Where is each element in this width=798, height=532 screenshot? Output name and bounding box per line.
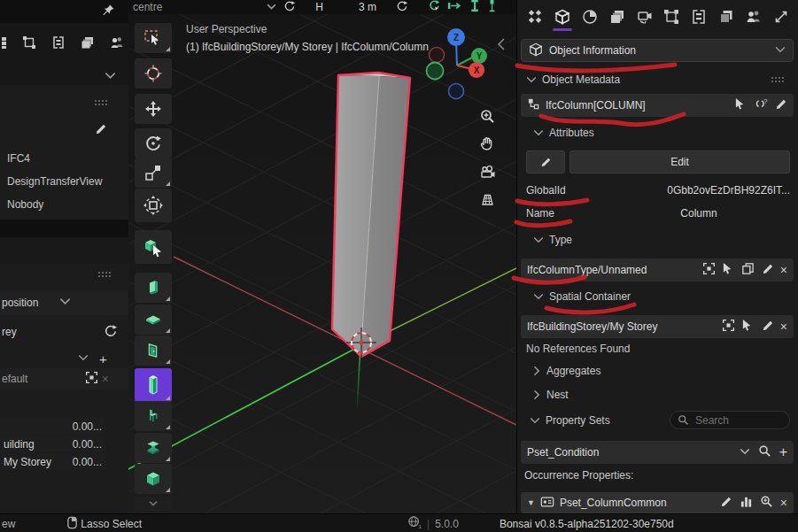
mvd-row[interactable]: DesignTransferView — [0, 172, 136, 191]
clipped-tab-icon[interactable] — [0, 35, 7, 52]
object-name-row[interactable]: IfcColumn[COLUMN] ? — [521, 94, 794, 117]
tool-column[interactable] — [135, 368, 172, 402]
tab-render-icon[interactable] — [634, 6, 655, 27]
left-collapse-chevron[interactable] — [105, 71, 116, 83]
zoom-search-icon[interactable] — [760, 495, 773, 511]
structure-icon[interactable] — [51, 35, 66, 52]
tool-bim-explore[interactable] — [135, 230, 172, 264]
type-header[interactable]: Type — [533, 234, 572, 246]
chevron-down-icon[interactable] — [78, 352, 89, 365]
drag-handle-dots[interactable] — [94, 99, 109, 105]
snap-ibeam-icon[interactable] — [469, 0, 480, 15]
nest-header[interactable]: Nest — [533, 389, 569, 401]
tab-layers-icon[interactable] — [607, 6, 628, 27]
close-icon[interactable]: × — [102, 373, 109, 385]
pencil-icon[interactable] — [761, 319, 774, 335]
pan-hand-icon[interactable] — [476, 132, 499, 155]
tool-select-box[interactable] — [135, 23, 172, 53]
pset-select-row[interactable]: Pset_Condition + — [521, 441, 794, 464]
viewport-3d[interactable]: Z Y X User Perspective (1) IfcBuildingSt… — [128, 14, 516, 513]
ifc-column-object[interactable] — [332, 73, 410, 357]
tool-wall[interactable] — [135, 273, 172, 303]
tree-row[interactable]: 0.00... — [0, 418, 105, 435]
pencil-icon[interactable] — [719, 495, 732, 511]
snap-pin-icon[interactable] — [488, 0, 496, 15]
copy-icon[interactable] — [741, 262, 755, 278]
tab-frame-nodes-icon[interactable] — [661, 6, 682, 27]
pencil-icon[interactable] — [761, 262, 774, 278]
tool-shelf-overflow[interactable] — [135, 497, 172, 511]
snap-rotate-icon[interactable] — [428, 0, 441, 15]
pointer-icon[interactable] — [741, 319, 755, 335]
spatial-container-header[interactable]: Spatial Container — [533, 290, 631, 303]
camera-icon[interactable] — [476, 160, 499, 183]
snap-bar-arrow-icon[interactable] — [447, 0, 462, 14]
tab-pattern-icon[interactable] — [524, 6, 546, 27]
chevron-down-icon[interactable] — [775, 44, 786, 57]
frame-nodes-icon[interactable] — [22, 35, 36, 52]
tool-rotate[interactable] — [135, 128, 172, 158]
refresh-icon[interactable] — [396, 0, 408, 15]
actor-row[interactable]: Nobody — [0, 195, 136, 214]
pset-search-box[interactable] — [670, 411, 790, 429]
globalid-field[interactable]: GlobalId 0Gbb2ovEzDrBH92Z6IT... — [526, 181, 790, 200]
unlink-icon[interactable]: ? — [754, 97, 768, 113]
select-box-icon[interactable] — [722, 319, 735, 335]
chevron-down-icon[interactable] — [740, 446, 750, 459]
nav-gizmo[interactable]: Z Y X — [427, 28, 488, 99]
refresh-icon[interactable] — [283, 0, 296, 15]
tab-swap-arrows-icon[interactable] — [771, 6, 792, 27]
expand-triangle-icon[interactable]: ▼ — [527, 498, 535, 507]
search-icon[interactable] — [758, 444, 771, 460]
tree-row[interactable]: uilding 0.00... — [0, 436, 105, 452]
pivot-dropdown[interactable]: centre — [133, 1, 162, 13]
tab-structure-icon[interactable] — [688, 6, 709, 27]
tab-object-info-icon[interactable] — [552, 6, 573, 27]
tool-move[interactable] — [135, 94, 172, 124]
schema-row[interactable]: IFC4 — [0, 149, 136, 168]
pin-icon[interactable] — [101, 4, 115, 20]
pencil-icon[interactable] — [774, 97, 787, 113]
name-field[interactable]: Name Column — [526, 204, 790, 223]
object-metadata-header[interactable]: Object Metadata — [526, 73, 620, 86]
pointer-icon[interactable] — [734, 97, 748, 113]
drag-handle-dots[interactable] — [771, 76, 786, 82]
select-box-icon[interactable] — [85, 371, 98, 387]
select-box-icon[interactable] — [702, 262, 716, 278]
grid-scale-field[interactable]: 3 m — [359, 1, 376, 13]
pointer-icon[interactable] — [722, 262, 735, 278]
tool-cursor[interactable] — [135, 58, 172, 89]
decomposition-row[interactable]: position — [0, 290, 130, 315]
tab-pie-icon[interactable] — [579, 6, 600, 27]
tool-transform[interactable] — [135, 189, 172, 222]
close-icon[interactable]: × — [780, 264, 787, 276]
stack-icon[interactable] — [81, 35, 95, 52]
drag-handle-dots[interactable] — [97, 271, 112, 277]
pencil-icon[interactable] — [94, 122, 107, 138]
search-input[interactable] — [693, 413, 782, 428]
tab-copy-stack-icon[interactable] — [716, 6, 737, 27]
property-sets-header[interactable]: Property Sets — [530, 414, 610, 427]
tool-cube[interactable] — [135, 464, 172, 494]
spatial-value-row[interactable]: IfcBuildingStorey/My Storey × — [521, 315, 794, 338]
tree-row[interactable]: My Storey 0.00... — [0, 453, 105, 470]
grid-view-icon[interactable] — [476, 188, 499, 211]
object-information-header[interactable]: Object Information — [521, 39, 794, 62]
zoom-in-icon[interactable] — [476, 104, 499, 127]
edit-pencil-button[interactable] — [526, 150, 565, 173]
people-icon[interactable] — [110, 35, 124, 52]
chevron-down-icon[interactable] — [267, 1, 276, 13]
tool-beam[interactable] — [135, 433, 172, 463]
add-icon[interactable]: + — [779, 445, 787, 459]
tool-furniture[interactable] — [135, 401, 172, 431]
bar-chart-icon[interactable] — [740, 495, 753, 511]
tool-scale[interactable] — [135, 158, 172, 188]
chevron-down-icon[interactable] — [59, 297, 71, 309]
close-icon[interactable]: × — [780, 320, 787, 333]
attributes-header[interactable]: Attributes — [533, 127, 594, 139]
h-toggle[interactable]: H — [315, 1, 323, 13]
add-icon[interactable]: + — [99, 351, 107, 366]
tool-door[interactable] — [135, 335, 172, 366]
edit-button[interactable]: Edit — [569, 150, 790, 173]
pset-common-row[interactable]: ▼ Pset_ColumnCommon × — [521, 492, 794, 513]
